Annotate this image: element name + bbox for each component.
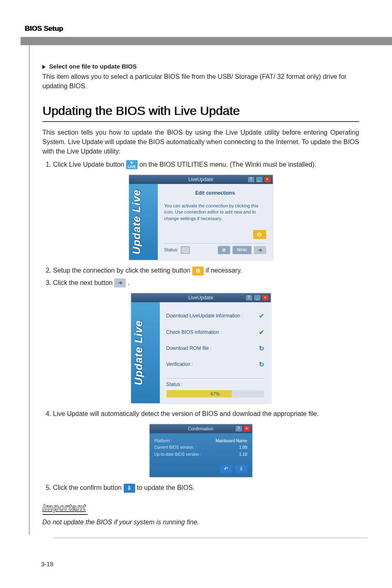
triangle-bullet-icon — [42, 65, 46, 69]
next-button[interactable]: ➜ — [254, 246, 266, 254]
section-intro: This section tells you how to update the… — [42, 128, 359, 156]
row-check-bios: Check BIOS information : — [166, 329, 222, 336]
help-button[interactable]: ? — [235, 425, 242, 432]
window-titlebar: Confirmation ? × — [150, 424, 252, 433]
sub-item-title: Select one file to update BIOS — [49, 63, 136, 70]
steps-list: Click Live Update button ↻LIVE on the BI… — [42, 160, 359, 170]
live-update-icon: ↻LIVE — [126, 160, 138, 169]
page-header: BIOS Setup — [25, 25, 367, 33]
check-icon: ✔ — [259, 311, 264, 321]
window-title: LiveUpdate — [188, 177, 213, 182]
back-button[interactable]: ↶ — [220, 465, 232, 473]
help-button[interactable]: ? — [245, 294, 253, 301]
step-3: Click the next button ➜ . — [53, 278, 359, 288]
close-button[interactable]: × — [243, 425, 251, 432]
step-1: Click Live Update button ↻LIVE on the BI… — [53, 160, 359, 170]
sub-item: Select one file to update BIOS This item… — [42, 62, 359, 91]
row-download-info: Download LiveUpdate information : — [166, 312, 243, 319]
pane-title: Edit connections — [164, 190, 266, 197]
monitor-icon — [181, 246, 190, 254]
steps-list-2: Setup the connection by click the settin… — [42, 266, 359, 288]
important-rule — [42, 514, 88, 515]
settings-gear-button[interactable]: ⚙ — [253, 230, 266, 239]
step-5-text-b: to update the BIOS. — [137, 484, 195, 491]
step-2-text-a: Setup the connection by click the settin… — [53, 267, 192, 274]
footer-rule — [53, 537, 367, 538]
minimize-button[interactable]: _ — [256, 176, 263, 183]
sub-item-body: This item allows you to select a particu… — [42, 72, 359, 91]
close-button[interactable]: × — [262, 294, 269, 301]
window-buttons: ? _ × — [247, 176, 271, 183]
steps-list-4: Live Update will automatically detect th… — [42, 409, 359, 418]
spinner-icon: ↻ — [259, 344, 264, 353]
spinner-icon: ↻ — [259, 360, 264, 369]
window-titlebar: LiveUpdate ? _ × — [129, 175, 273, 184]
step-5-text-a: Click the confirm button — [53, 484, 124, 491]
platform-value: Mainboard Name — [216, 438, 247, 444]
steps-list-5: Click the confirm button ⇩ to update the… — [42, 483, 359, 493]
winki-button[interactable]: Winki — [233, 246, 251, 254]
status-label: Status : — [166, 381, 264, 388]
brand-logo: Update Live — [131, 302, 160, 403]
step-4: Live Update will automatically detect th… — [53, 409, 359, 418]
pane-description: You can activate the connection by click… — [164, 203, 266, 222]
close-button[interactable]: × — [264, 176, 271, 183]
page-number: 3-18 — [41, 560, 53, 567]
window-titlebar: LiveUpdate ? _ × — [131, 293, 271, 302]
platform-label: Platform : — [154, 438, 172, 444]
uptodate-bios-label: Up-to-date BIOS version : — [154, 452, 202, 458]
current-bios-value: 1.00 — [239, 445, 247, 451]
confirm-button[interactable]: ⇩ — [235, 465, 247, 473]
important-heading: Important — [42, 501, 359, 514]
status-label: Status: — [164, 247, 178, 253]
progress-percent: 67% — [166, 390, 264, 397]
check-icon: ✔ — [259, 328, 264, 337]
row-verification: Verification : — [166, 361, 193, 368]
help-button[interactable]: ? — [247, 176, 255, 183]
step-2: Setup the connection by click the settin… — [53, 266, 359, 276]
current-bios-label: Current BIOS version : — [154, 445, 196, 451]
brand-logo: Update Live — [129, 184, 158, 260]
window-title: LiveUpdate — [188, 295, 213, 301]
next-arrow-icon: ➜ — [114, 278, 126, 287]
window-title: Confirmation — [188, 426, 213, 431]
main-content: Select one file to update BIOS This item… — [29, 45, 367, 535]
step-2-text-b: if necessary. — [205, 267, 242, 274]
step-1-text-b: on the BIOS UTILITIES menu. (The Winki m… — [139, 161, 316, 168]
minimize-button[interactable]: _ — [254, 294, 261, 301]
window-buttons: ? _ × — [245, 294, 269, 301]
section-title: Updating the BIOS with Live Update — [42, 102, 359, 120]
cancel-button[interactable]: ⊗ — [218, 246, 230, 254]
screenshot-confirmation: Confirmation ? × Platform :Mainboard Nam… — [150, 424, 252, 478]
uptodate-bios-value: 1.10 — [239, 452, 247, 458]
settings-gear-icon: ⚙ — [192, 266, 204, 276]
row-download-rom: Download ROM file : — [166, 345, 212, 352]
step-3-text-a: Click the next button — [53, 279, 114, 286]
section-rule — [42, 121, 359, 122]
progress-bar: 67% — [166, 390, 264, 397]
screenshot-edit-connections: LiveUpdate ? _ × Update Live Edit connec… — [129, 175, 273, 260]
header-bar — [21, 37, 392, 45]
step-1-text-a: Click Live Update button — [53, 161, 126, 168]
step-5: Click the confirm button ⇩ to update the… — [53, 483, 359, 493]
step-3-text-b: . — [128, 279, 129, 286]
screenshot-progress: LiveUpdate ? _ × Update Live Download Li… — [131, 293, 271, 403]
window-buttons: ? × — [235, 425, 251, 432]
important-note: Do not update the BIOS if your system is… — [42, 517, 359, 527]
confirm-download-icon: ⇩ — [124, 484, 135, 493]
